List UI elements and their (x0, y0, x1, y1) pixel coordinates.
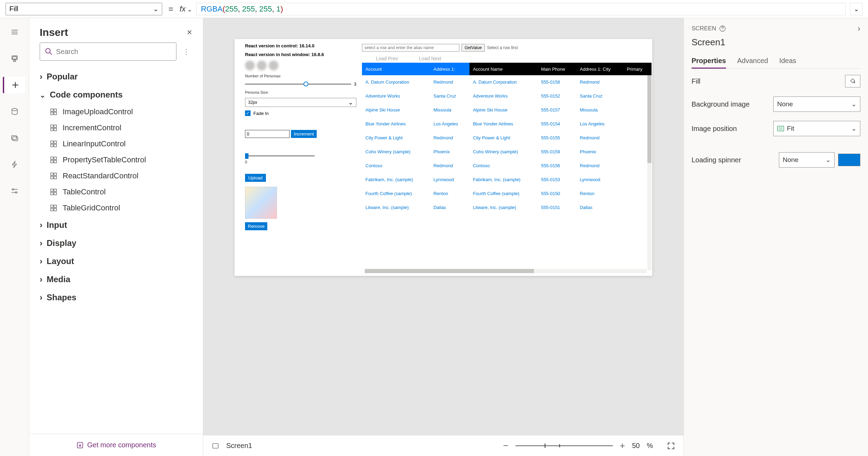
zoom-out-button[interactable]: − (503, 440, 508, 451)
table-cell[interactable]: Los Angeles (430, 117, 469, 131)
table-cell[interactable]: Los Angeles (576, 117, 623, 131)
formula-input[interactable]: RGBA(255, 255, 255, 1) (196, 3, 846, 15)
scrollbar-thumb[interactable] (647, 75, 652, 163)
slider-thumb[interactable] (245, 153, 248, 159)
table-cell[interactable]: 555-0158 (537, 75, 576, 89)
table-cell[interactable]: Renton (576, 187, 623, 201)
tab-ideas[interactable]: Ideas (779, 54, 796, 68)
table-cell[interactable]: Redmond (576, 131, 623, 145)
horizontal-scrollbar[interactable] (365, 269, 647, 273)
table-cell[interactable]: Litware, Inc. (sample) (469, 201, 537, 215)
table-cell[interactable]: 555-0154 (537, 117, 576, 131)
vertical-scrollbar[interactable] (647, 75, 652, 270)
table-cell[interactable]: Santa Cruz (430, 89, 469, 103)
table-cell[interactable]: A. Datum Corporation (469, 75, 537, 89)
component-item[interactable]: TableControl (29, 184, 203, 200)
table-cell[interactable]: Redmond (576, 159, 623, 173)
table-cell[interactable]: 555-0156 (537, 159, 576, 173)
chevron-right-icon[interactable]: › (858, 24, 860, 33)
group-media[interactable]: Media (29, 270, 203, 288)
linear-slider[interactable] (245, 155, 315, 156)
table-cell[interactable]: Coho Winery (sample) (469, 145, 537, 159)
table-row[interactable]: Adventure WorksSanta CruzAdventure Works… (362, 89, 652, 103)
table-cell[interactable]: 555-0157 (537, 103, 576, 117)
table-cell[interactable]: Dallas (576, 201, 623, 215)
slider-thumb[interactable] (303, 82, 308, 86)
table-cell[interactable]: Coho Winery (sample) (362, 145, 430, 159)
spinner-dropdown[interactable]: None (779, 152, 835, 168)
table-row[interactable]: ContosoRedmondContoso555-0156Redmond (362, 159, 652, 173)
column-header[interactable]: Address 1: (430, 63, 469, 75)
table-cell[interactable]: Alpine Ski House (362, 103, 430, 117)
table-cell[interactable]: 555-0153 (537, 173, 576, 187)
table-cell[interactable]: Blue Yonder Airlines (362, 117, 430, 131)
table-cell[interactable]: Phoenix (576, 145, 623, 159)
zoom-slider-thumb[interactable] (545, 443, 545, 448)
table-cell[interactable]: Missoula (430, 103, 469, 117)
fx-label[interactable]: fx (180, 5, 192, 14)
component-item[interactable]: PropertySetTableControl (29, 152, 203, 168)
table-cell[interactable]: Redmond (430, 75, 469, 89)
table-cell[interactable]: Contoso (469, 159, 537, 173)
image-pos-dropdown[interactable]: Fit (773, 121, 860, 136)
table-cell[interactable]: A. Datum Corporation (362, 75, 430, 89)
tab-properties[interactable]: Properties (692, 54, 726, 69)
component-item[interactable]: TableGridControl (29, 200, 203, 216)
table-cell[interactable]: Alpine Ski House (469, 103, 537, 117)
rail-data[interactable] (4, 103, 25, 120)
scrollbar-thumb[interactable] (365, 269, 534, 273)
rail-insert[interactable] (3, 77, 25, 93)
column-header[interactable]: Primary (623, 63, 652, 75)
table-row[interactable]: Alpine Ski HouseMissoulaAlpine Ski House… (362, 103, 652, 117)
table-cell[interactable]: Lynnwood (430, 173, 469, 187)
rail-media[interactable] (4, 130, 25, 146)
upload-button[interactable]: Upload (245, 174, 266, 182)
spinner-color-swatch[interactable] (838, 154, 860, 166)
group-shapes[interactable]: Shapes (29, 288, 203, 307)
table-cell[interactable]: Redmond (576, 75, 623, 89)
component-item[interactable]: LinearInputControl (29, 136, 203, 152)
zoom-slider[interactable] (515, 445, 613, 446)
table-cell[interactable]: Contoso (362, 159, 430, 173)
table-cell[interactable]: Dallas (430, 201, 469, 215)
table-cell[interactable]: Litware, Inc. (sample) (362, 201, 430, 215)
zoom-in-button[interactable]: + (620, 440, 625, 451)
canvas-viewport[interactable]: React version in control: 16.14.0 React … (203, 18, 684, 435)
table-cell[interactable]: Adventure Works (469, 89, 537, 103)
table-cell[interactable]: Blue Yonder Airlines (469, 117, 537, 131)
table-row[interactable]: Blue Yonder AirlinesLos AngelesBlue Yond… (362, 117, 652, 131)
expand-formula-button[interactable] (850, 3, 862, 15)
table-cell[interactable]: Phoenix (430, 145, 469, 159)
table-cell[interactable]: Redmond (430, 159, 469, 173)
table-cell[interactable]: City Power & Light (469, 131, 537, 145)
rail-hamburger[interactable] (4, 24, 25, 40)
table-cell[interactable]: Fourth Coffee (sample) (362, 187, 430, 201)
table-row[interactable]: City Power & LightRedmondCity Power & Li… (362, 131, 652, 145)
component-item[interactable]: IncrementControl (29, 120, 203, 136)
table-cell[interactable]: Fourth Coffee (sample) (469, 187, 537, 201)
table-row[interactable]: Litware, Inc. (sample)DallasLitware, Inc… (362, 201, 652, 215)
rail-tree-view[interactable] (4, 50, 25, 67)
table-cell[interactable]: Renton (430, 187, 469, 201)
personas-slider[interactable] (245, 84, 351, 85)
column-header[interactable]: Address 1: City (576, 63, 623, 75)
table-cell[interactable]: Missoula (576, 103, 623, 117)
table-cell[interactable]: Santa Cruz (576, 89, 623, 103)
canvas-screen[interactable]: React version in control: 16.14.0 React … (235, 39, 652, 276)
search-input[interactable] (40, 42, 176, 61)
column-header[interactable]: Account Name (469, 63, 537, 75)
increment-input[interactable] (245, 130, 290, 138)
property-selector[interactable]: Fill (6, 3, 162, 15)
close-icon[interactable]: ✕ (187, 28, 192, 37)
getvalue-button[interactable]: GetValue (461, 44, 485, 52)
load-next-button[interactable]: Load Next (419, 56, 441, 61)
more-icon[interactable]: ⋮ (180, 47, 192, 56)
search-field[interactable] (56, 48, 171, 56)
fit-to-screen-button[interactable] (667, 442, 675, 450)
table-cell[interactable]: 555-0150 (537, 187, 576, 201)
table-cell[interactable]: Adventure Works (362, 89, 430, 103)
tab-advanced[interactable]: Advanced (737, 54, 768, 68)
column-header[interactable]: Main Phone (537, 63, 576, 75)
load-prev-button[interactable]: Load Prev (376, 56, 398, 61)
rail-settings[interactable] (4, 183, 25, 199)
